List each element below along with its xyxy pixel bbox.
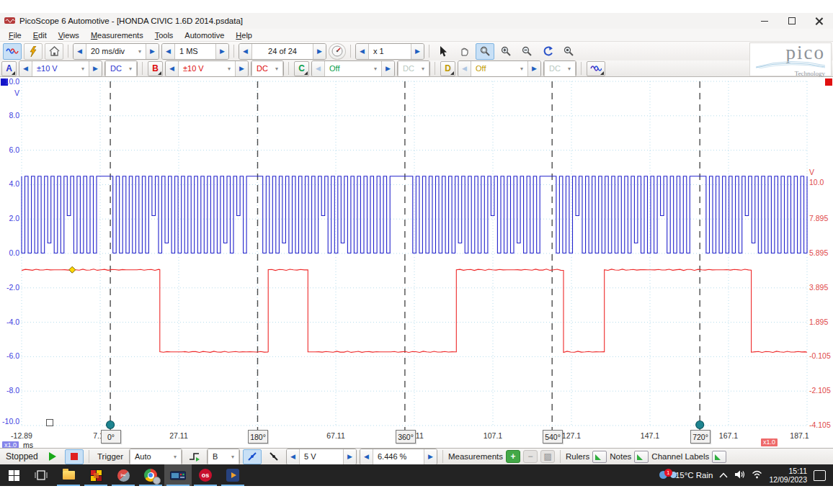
zoom-marquee-tool-button[interactable]	[476, 43, 494, 60]
action-center-button[interactable]	[814, 470, 826, 481]
advanced-trigger-button[interactable]	[185, 449, 204, 464]
picoscope-taskbar-button[interactable]	[164, 464, 192, 486]
menu-edit[interactable]: Edit	[27, 30, 53, 40]
channel-B-coupling-select[interactable]: DC▾	[251, 61, 283, 76]
channel-B-range-prev-button[interactable]: ◀	[166, 61, 178, 76]
notes-toggle-icon[interactable]	[634, 451, 649, 463]
buffer-overview-icon[interactable]	[329, 43, 346, 60]
buffer-next-button[interactable]: ▶	[313, 44, 326, 59]
buffer-index[interactable]: 24 of 24	[251, 44, 313, 59]
channel-C-range-prev-button[interactable]: ◀	[312, 61, 324, 76]
rotation-ruler-label[interactable]: 0°	[101, 430, 121, 444]
trigger-source-select[interactable]: B▾	[208, 449, 239, 464]
channel-A-options-button[interactable]: A	[1, 61, 17, 76]
rotation-ruler-handle[interactable]	[107, 421, 115, 429]
media-player-button[interactable]	[219, 464, 246, 486]
channel-C-coupling-select[interactable]: DC▾	[398, 61, 429, 76]
restore-button[interactable]	[778, 13, 806, 29]
edit-measurement-button[interactable]: ▨	[540, 450, 555, 463]
timebase-select[interactable]: 20 ms/div▾	[86, 44, 146, 59]
channel-D-options-button[interactable]: D	[440, 61, 455, 76]
pan-tool-button[interactable]	[455, 43, 473, 60]
trigger-marker-icon[interactable]	[69, 266, 76, 273]
waveform-plot-area[interactable]: 10.08.06.04.02.00.0-2.0-4.0-6.0-8.0-10.0…	[0, 78, 833, 448]
timebase-next-button[interactable]: ▶	[146, 44, 159, 59]
trigger-level-up-button[interactable]: ▶	[344, 449, 356, 464]
remove-measurement-button[interactable]: −	[523, 450, 538, 463]
falling-edge-button[interactable]	[264, 449, 283, 464]
task-view-button[interactable]	[27, 464, 55, 486]
trigger-level-input[interactable]: 5 V	[299, 449, 344, 464]
pretrigger-down-button[interactable]: ◀	[360, 449, 373, 464]
menu-views[interactable]: Views	[53, 30, 85, 40]
zoom-next-button[interactable]: ▶	[411, 44, 424, 59]
samples-next-button[interactable]: ▶	[216, 44, 228, 59]
zoom-factor-input[interactable]: x 1	[368, 44, 411, 59]
home-button[interactable]	[45, 43, 63, 60]
stop-capture-button[interactable]	[65, 449, 84, 464]
channel-D-range-select[interactable]: Off▾	[471, 61, 528, 76]
rulers-toggle-icon[interactable]	[592, 451, 607, 463]
file-explorer-button[interactable]	[55, 464, 82, 486]
rotation-ruler-label[interactable]: 540°	[543, 430, 563, 444]
rotation-ruler-label[interactable]: 180°	[248, 430, 268, 444]
zoom-in-tool-button[interactable]	[496, 43, 515, 60]
chrome-button[interactable]	[137, 464, 164, 486]
rotation-ruler-lines[interactable]	[110, 81, 700, 431]
samples-input[interactable]: 1 MS	[174, 44, 216, 59]
timebase-prev-button[interactable]: ◀	[74, 44, 86, 59]
channel-D-range-prev-button[interactable]: ◀	[458, 61, 471, 76]
connect-device-button[interactable]	[24, 43, 43, 60]
network-button[interactable]	[752, 470, 762, 480]
channel-D-range-next-button[interactable]: ▶	[528, 61, 540, 76]
channel-C-range-next-button[interactable]: ▶	[382, 61, 394, 76]
samples-prev-button[interactable]: ◀	[162, 44, 174, 59]
minimize-button[interactable]	[751, 13, 778, 29]
zoom-prev-button[interactable]: ◀	[356, 44, 368, 59]
channel-labels-toggle-icon[interactable]	[712, 451, 726, 463]
snipping-tool-button[interactable]: ✂	[110, 464, 137, 486]
waveform-canvas[interactable]	[0, 78, 833, 448]
channel-A-range-prev-button[interactable]: ◀	[19, 61, 32, 76]
zoom-full-view-button[interactable]	[559, 43, 578, 60]
menu-file[interactable]: File	[3, 30, 27, 40]
pretrigger-input[interactable]: 6.446 %	[373, 449, 424, 464]
channel-C-options-button[interactable]: C	[294, 61, 309, 76]
rotation-ruler-label[interactable]: 720°	[690, 430, 710, 444]
channel-C-range-select[interactable]: Off▾	[324, 61, 382, 76]
close-button[interactable]	[806, 13, 833, 29]
channel-A-range-next-button[interactable]: ▶	[89, 61, 102, 76]
menu-tools[interactable]: Tools	[149, 30, 179, 40]
channel-B-range-select[interactable]: ±10 V▾	[178, 61, 236, 76]
menu-automotive[interactable]: Automotive	[179, 30, 230, 40]
pointer-tool-button[interactable]	[434, 43, 453, 60]
menu-help[interactable]: Help	[230, 30, 258, 40]
channel-B-options-button[interactable]: B	[148, 61, 163, 76]
signal-generator-button[interactable]	[587, 61, 605, 76]
rising-edge-button[interactable]	[243, 449, 262, 464]
taskbar-clock[interactable]: 15:11 12/09/2023	[769, 467, 807, 484]
buffer-prev-button[interactable]: ◀	[239, 44, 251, 59]
channel-B-range-next-button[interactable]: ▶	[236, 61, 248, 76]
channel-A-range-select[interactable]: ±10 V▾	[32, 61, 89, 76]
add-measurement-button[interactable]: +	[506, 450, 520, 463]
menu-measurements[interactable]: Measurements	[85, 30, 149, 40]
start-capture-button[interactable]	[43, 449, 62, 464]
rotation-ruler-label[interactable]: 360°	[396, 430, 416, 444]
volume-button[interactable]	[734, 469, 745, 481]
os-app-button[interactable]: os	[192, 464, 219, 486]
pretrigger-up-button[interactable]: ▶	[424, 449, 437, 464]
scope-view-button[interactable]	[3, 43, 22, 60]
mosaic-app-button[interactable]	[82, 464, 110, 486]
channel-D-coupling-select[interactable]: DC▾	[544, 61, 576, 76]
zoom-out-tool-button[interactable]	[517, 43, 536, 60]
trigger-level-down-button[interactable]: ◀	[287, 449, 299, 464]
channel-a-offset-handle[interactable]	[46, 419, 53, 426]
rotation-ruler-handle[interactable]	[696, 421, 704, 429]
channel-A-coupling-select[interactable]: DC▾	[105, 61, 137, 76]
undo-zoom-button[interactable]	[538, 43, 557, 60]
trigger-mode-select[interactable]: Auto▾	[130, 449, 182, 464]
channel-b-axis-marker[interactable]	[825, 78, 832, 86]
tray-expand-button[interactable]	[719, 472, 728, 480]
start-button[interactable]	[0, 464, 27, 486]
